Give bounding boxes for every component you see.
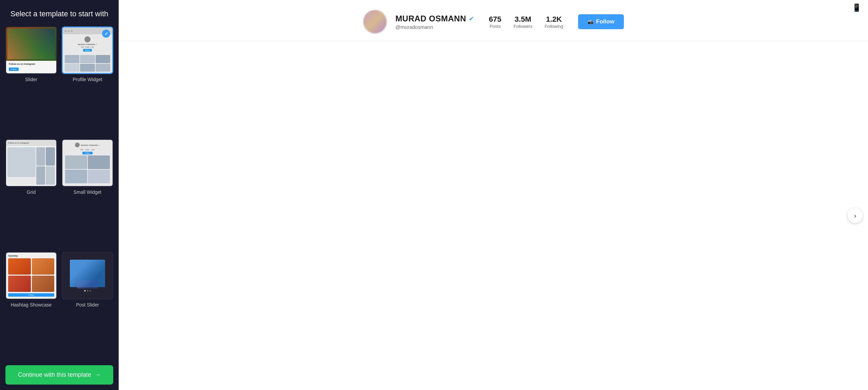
template-thumb-profile-widget[interactable]: ✓ MURAD OSMANN ✓ 6753.5M1.2K Follow (62, 26, 113, 74)
profile-handle: @muradosmann (395, 24, 474, 30)
followers-label: Followers (514, 24, 533, 29)
following-value: 1.2K (546, 15, 561, 24)
template-thumb-slider[interactable]: Follow us on Instagram Follow (5, 26, 57, 74)
template-thumb-post-slider[interactable] (62, 252, 113, 299)
follow-button-label: Follow (596, 18, 614, 25)
template-label-small-widget: Small Widget (74, 189, 101, 195)
chevron-right-icon: › (854, 212, 856, 220)
template-small-widget[interactable]: MURAD OSMANN ✓ 6753.5M1.2K Follow Small … (62, 139, 113, 247)
template-label-post-slider: Post Slider (76, 302, 99, 308)
followers-value: 3.5M (515, 15, 531, 24)
left-panel: Select a template to start with Follow u… (0, 0, 119, 390)
continue-button-label: Continue with this template (18, 371, 91, 378)
continue-button[interactable]: Continue with this template → (5, 365, 113, 385)
profile-info: MURAD OSMANN ✔ @muradosmann (395, 14, 474, 30)
stat-following: 1.2K Following (545, 15, 563, 29)
profile-name-row: MURAD OSMANN ✔ (395, 14, 474, 23)
template-thumb-grid[interactable]: Follow us on Instagram (5, 139, 57, 187)
template-grid[interactable]: Follow us on Instagram (5, 139, 57, 247)
avatar (363, 10, 387, 34)
template-hashtag-showcase[interactable]: #yummy Follow Hashtag Showcase (5, 252, 57, 360)
template-thumb-hashtag-showcase[interactable]: #yummy Follow (5, 252, 57, 299)
template-post-slider[interactable]: Post Slider (62, 252, 113, 360)
stat-followers: 3.5M Followers (514, 15, 533, 29)
selected-check: ✓ (102, 30, 110, 38)
template-label-hashtag-showcase: Hashtag Showcase (11, 302, 52, 308)
posts-label: Posts (490, 24, 501, 29)
mobile-icon: 📱 (852, 3, 861, 12)
right-panel: 📱 MURAD OSMANN ✔ @muradosmann 675 Posts … (119, 0, 868, 390)
follow-button[interactable]: 📷 Follow (578, 14, 624, 29)
grid-wrapper: ▶◼ ▶◼ ▶◼ ▶◼ ▶◼ (119, 41, 868, 390)
template-label-profile-widget: Profile Widget (73, 77, 102, 82)
template-profile-widget[interactable]: ✓ MURAD OSMANN ✓ 6753.5M1.2K Follow (62, 26, 113, 134)
profile-name: MURAD OSMANN (395, 14, 466, 23)
stat-posts: 675 Posts (489, 15, 501, 29)
posts-value: 675 (489, 15, 501, 24)
template-slider[interactable]: Follow us on Instagram Follow Slider (5, 26, 57, 134)
template-thumb-small-widget[interactable]: MURAD OSMANN ✓ 6753.5M1.2K Follow (62, 139, 113, 187)
profile-stats: 675 Posts 3.5M Followers 1.2K Following (489, 15, 563, 29)
template-label-grid: Grid (27, 189, 36, 195)
profile-header: MURAD OSMANN ✔ @muradosmann 675 Posts 3.… (119, 0, 868, 41)
verified-badge-icon: ✔ (469, 15, 474, 22)
instagram-icon: 📷 (588, 19, 593, 24)
templates-grid: Follow us on Instagram Follow Slider ✓ (0, 26, 119, 360)
arrow-icon: → (95, 371, 101, 378)
next-arrow[interactable]: › (848, 208, 863, 223)
template-label-slider: Slider (25, 77, 37, 82)
following-label: Following (545, 24, 563, 29)
panel-title: Select a template to start with (0, 0, 119, 26)
